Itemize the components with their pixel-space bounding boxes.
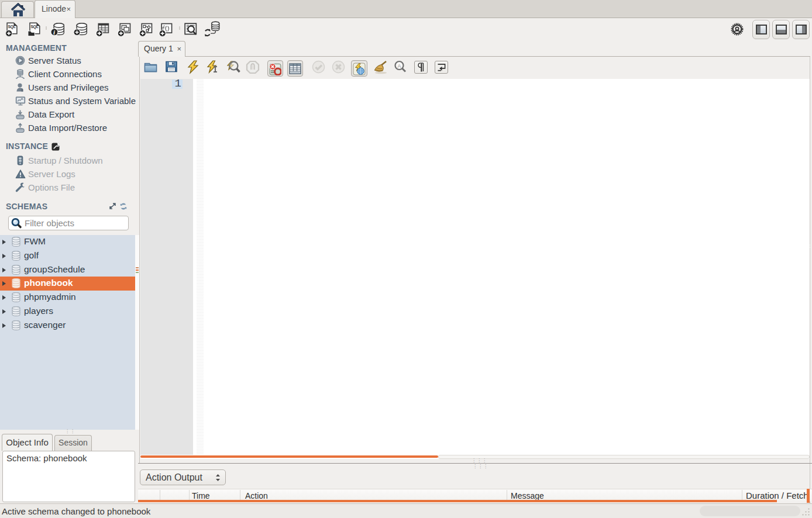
svg-text:A: A <box>398 63 401 69</box>
svg-text:SQL: SQL <box>8 25 16 29</box>
svg-text:SQL: SQL <box>30 25 38 29</box>
